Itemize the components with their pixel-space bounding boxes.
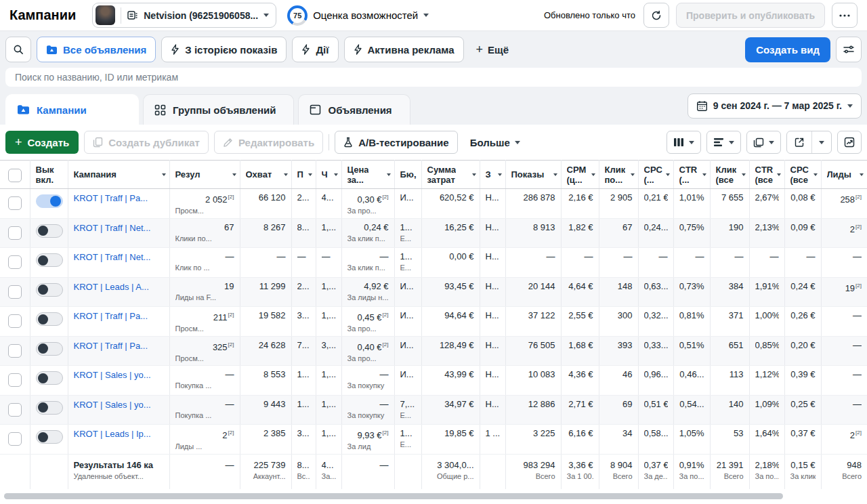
column-header[interactable]: Суммазатрат (421, 161, 480, 189)
column-header[interactable]: Резул (169, 161, 240, 189)
refresh-button[interactable] (643, 3, 669, 28)
date-range-picker[interactable]: 9 сен 2024 г. — 7 мар 2025 г. (688, 93, 862, 119)
campaign-toggle[interactable] (36, 283, 63, 297)
table-cell: KROT | Leads | Ip... (68, 425, 169, 455)
breakdown-button[interactable] (706, 131, 741, 154)
column-header[interactable]: Кликпо... (599, 161, 638, 189)
tab-ad-sets[interactable]: Группы объявлений (143, 94, 294, 125)
more-actions-button[interactable]: Больше (463, 131, 527, 154)
scrollbar-thumb[interactable] (4, 493, 783, 499)
filter-chip-impression-history[interactable]: З історією показів (161, 37, 287, 62)
campaign-toggle[interactable] (36, 224, 63, 238)
table-cell: 0,09 € (784, 218, 821, 248)
campaign-link[interactable]: KROT | Traff | Pa... (74, 192, 164, 204)
charts-button[interactable] (837, 131, 862, 154)
row-checkbox[interactable] (8, 285, 22, 299)
table-cell: 34 (599, 425, 638, 455)
metric-value-tooltip[interactable]: 211 (213, 312, 228, 323)
campaign-link[interactable]: KROT | Sales | yo... (74, 369, 164, 381)
account-selector[interactable]: Netvision (96251906058... (92, 3, 276, 28)
column-header[interactable]: CTR(все (749, 161, 784, 189)
metric-value-tooltip[interactable]: 258 (840, 194, 855, 205)
columns-button[interactable] (667, 131, 701, 154)
select-all-checkbox[interactable] (8, 169, 22, 182)
column-header[interactable]: Выквкл. (30, 161, 68, 189)
campaign-link[interactable]: KROT | Traff | Pa... (74, 340, 164, 352)
column-header[interactable]: CPC(... (638, 161, 673, 189)
create-button[interactable]: + Создать (5, 131, 79, 154)
campaign-toggle[interactable] (36, 371, 63, 385)
metric-value-tooltip[interactable]: 0,30 € (357, 194, 381, 205)
table-cell: —Клик по ... (169, 248, 240, 278)
metric-value-tooltip[interactable]: 2 (222, 430, 227, 441)
campaign-toggle[interactable] (36, 401, 63, 415)
row-checkbox[interactable] (8, 226, 22, 240)
metric-value-tooltip[interactable]: 19 (845, 283, 855, 294)
search-button[interactable] (5, 37, 31, 62)
row-checkbox[interactable] (8, 432, 22, 446)
campaign-toggle[interactable] (36, 312, 63, 326)
row-checkbox[interactable] (8, 314, 22, 328)
row-checkbox[interactable] (8, 196, 22, 210)
column-header[interactable]: Бю, (394, 161, 421, 189)
metric-value: 12 886 (528, 399, 555, 409)
row-checkbox[interactable] (8, 344, 22, 358)
row-checkbox[interactable] (8, 403, 22, 417)
campaign-link[interactable]: KROT | Sales | yo... (74, 399, 164, 411)
column-header[interactable]: Кампания (68, 161, 169, 189)
table-cell: 24 628 (240, 336, 291, 366)
duplicate-button[interactable]: Создать дубликат (84, 131, 209, 154)
more-options-button[interactable] (832, 3, 858, 28)
metric-value-tooltip[interactable]: 2 (850, 224, 855, 235)
opportunity-score[interactable]: 75 Оценка возможностей (287, 5, 429, 26)
filter-chip-actions[interactable]: Дії (292, 37, 338, 62)
create-view-button[interactable]: Создать вид (745, 37, 830, 62)
metric-value-tooltip[interactable]: 2 052 (205, 194, 228, 205)
column-header[interactable]: Ценаза... (341, 161, 394, 189)
select-all-header[interactable] (0, 161, 30, 189)
column-header[interactable]: CPM(ц... (561, 161, 599, 189)
campaign-toggle[interactable] (36, 430, 63, 444)
tab-ads[interactable]: Объявления (298, 94, 410, 125)
column-header[interactable]: Лиды (821, 161, 867, 189)
table-cell: Н... (480, 218, 505, 248)
campaign-link[interactable]: KROT | Traff | Net... (74, 222, 164, 234)
row-checkbox[interactable] (8, 373, 22, 387)
campaign-link[interactable]: KROT | Leads | Ip... (74, 428, 164, 440)
metric-value: И... (400, 340, 414, 350)
metric-value-tooltip[interactable]: 0,40 € (357, 342, 381, 353)
column-header[interactable]: CPC(все (784, 161, 821, 189)
campaign-toggle[interactable] (36, 194, 63, 208)
edit-button[interactable]: Редактировать (214, 131, 323, 154)
ab-test-button[interactable]: A/B-тестирование (335, 131, 458, 154)
column-header[interactable]: П (291, 161, 316, 189)
review-publish-button[interactable]: Проверить и опубликовать (676, 3, 825, 28)
campaign-link[interactable]: KROT | Leads | A... (74, 281, 164, 293)
export-options-button[interactable] (811, 131, 831, 153)
more-filters-button[interactable]: + Ещё (469, 37, 516, 62)
filter-chip-active-ads[interactable]: Активна реклама (344, 37, 464, 62)
campaign-link[interactable]: KROT | Traff | Pa... (74, 310, 164, 322)
metric-value-tooltip[interactable]: 325 (213, 342, 228, 353)
column-header[interactable]: Ч (316, 161, 341, 189)
metric-value-tooltip[interactable]: 2 (850, 430, 855, 441)
row-checkbox[interactable] (8, 255, 22, 269)
search-input[interactable] (5, 68, 862, 87)
column-header[interactable]: Охват (240, 161, 291, 189)
column-header[interactable]: З (480, 161, 505, 189)
filter-settings-button[interactable] (836, 37, 862, 62)
horizontal-scrollbar[interactable] (0, 489, 867, 504)
metric-value-tooltip[interactable]: 0,45 € (357, 312, 381, 323)
reports-button[interactable] (746, 131, 781, 154)
column-header[interactable]: Показы (505, 161, 561, 189)
filter-chip-all-ads[interactable]: Все объявления (37, 37, 156, 62)
campaign-toggle[interactable] (36, 253, 63, 267)
tab-campaigns[interactable]: Кампании (5, 94, 139, 125)
export-button[interactable] (787, 131, 811, 153)
column-header[interactable]: CTR(... (673, 161, 710, 189)
campaign-toggle[interactable] (36, 342, 63, 356)
metric-value-tooltip[interactable]: 225 739 (254, 460, 286, 471)
campaign-link[interactable]: KROT | Traff | Net... (74, 251, 164, 263)
metric-value-tooltip[interactable]: 9,93 € (357, 430, 381, 441)
column-header[interactable]: Клик(все (710, 161, 749, 189)
